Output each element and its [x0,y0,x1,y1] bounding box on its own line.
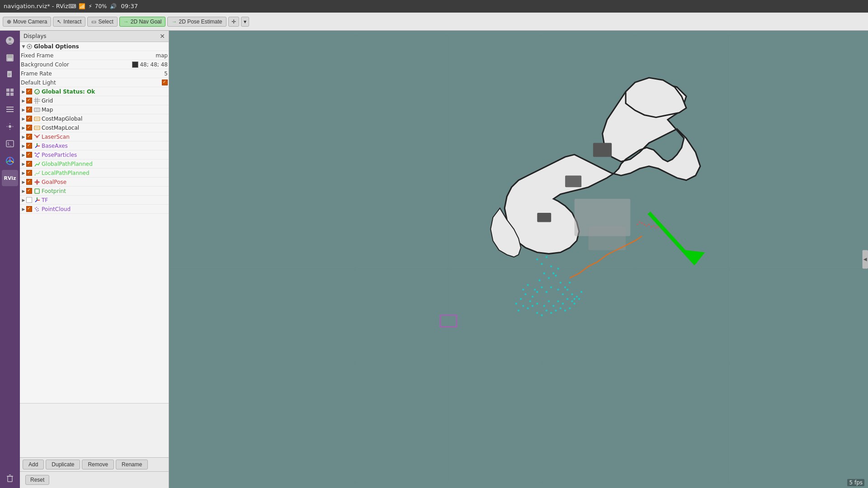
background-color-row: Background Color 48; 48; 48 [20,60,169,69]
frame-rate-value: 5 [164,70,168,77]
goal-pose-row[interactable]: ▶ GoalPose [20,178,169,187]
pointcloud-checkbox[interactable] [26,206,32,212]
sidebar-save-button[interactable] [2,50,18,66]
laser-scan-checkbox[interactable] [26,134,32,140]
2d-nav-goal-button[interactable]: → 2D Nav Goal [119,17,166,27]
sidebar-list-button[interactable] [2,101,18,117]
svg-point-103 [527,284,529,286]
fps-counter: 5 fps [847,479,864,486]
remove-button[interactable]: Remove [82,460,114,469]
goal-pose-checkbox[interactable] [26,179,32,185]
costmap-global-row[interactable]: ▶ CostMapGlobal [20,114,169,123]
svg-rect-37 [35,118,39,120]
map-row[interactable]: ▶ Map [20,105,169,114]
base-axes-row[interactable]: ▶ BaseAxes [20,141,169,150]
bg-color-label: Background Color [21,61,132,68]
footprint-checkbox[interactable] [26,188,32,194]
pose-particles-row[interactable]: ▶ PoseParticles [20,150,169,160]
pointcloud-row[interactable]: ▶ PointCloud [20,205,169,214]
plus-icon: ✛ [231,19,236,25]
duplicate-button[interactable]: Duplicate [46,460,80,469]
local-path-checkbox[interactable] [26,170,32,176]
sidebar-settings-button[interactable] [2,118,18,135]
svg-point-101 [532,296,533,297]
properties-panel [20,403,169,457]
speaker-icon: 🔊 [110,3,117,9]
svg-rect-73 [565,175,581,187]
interact-button[interactable]: ↖ Interact [53,17,85,27]
svg-point-93 [571,293,573,295]
sidebar-rviz-button[interactable]: RViz [2,170,18,186]
costmap-global-checkbox[interactable] [26,116,32,122]
rename-button[interactable]: Rename [116,460,148,469]
svg-point-128 [522,305,524,307]
sidebar-trash-button[interactable] [2,470,18,486]
global-options-row[interactable]: ▼ Global Options [20,42,169,51]
move-camera-button[interactable]: ⊕ Move Camera [3,17,51,27]
svg-point-119 [564,310,566,311]
displays-close-icon[interactable]: ✕ [160,33,165,40]
svg-point-115 [580,291,582,293]
sidebar-chrome-button[interactable] [2,153,18,169]
sidebar-home-button[interactable] [2,33,18,49]
pose-particles-checkbox[interactable] [26,152,32,158]
svg-rect-60 [169,36,868,483]
svg-rect-24 [8,476,12,482]
svg-text:◀: ◀ [863,256,867,262]
svg-point-55 [36,207,37,208]
costmap-local-checkbox[interactable] [26,125,32,131]
select-button[interactable]: ▭ Select [87,17,117,27]
svg-point-58 [38,210,39,211]
local-path-label: LocalPathPlanned [42,170,90,176]
footprint-row[interactable]: ▶ Footprint [20,187,169,196]
dropdown-button[interactable]: ▾ [241,17,249,27]
svg-point-47 [36,155,37,156]
svg-point-90 [564,286,566,288]
svg-point-131 [520,298,522,300]
camera-icon: ⊕ [7,19,11,25]
sidebar-document-button[interactable] [2,67,18,83]
svg-point-56 [38,208,38,209]
tf-checkbox[interactable] [26,197,32,203]
svg-rect-39 [35,127,39,129]
svg-point-44 [35,152,36,154]
costmap-local-row[interactable]: ▶ CostMapLocal [20,123,169,132]
2d-pose-estimate-button[interactable]: → 2D Pose Estimate [167,17,226,27]
toolbar: ⊕ Move Camera ↖ Interact ▭ Select → 2D N… [0,13,868,31]
sidebar-grid-button[interactable] [2,84,18,100]
3d-viewport[interactable]: ◀ 5 fps [169,31,868,488]
svg-point-120 [560,307,561,309]
plus-button[interactable]: ✛ [228,17,239,27]
default-light-checkbox[interactable] [162,80,168,85]
tf-row[interactable]: ▶ TF [20,196,169,205]
pose-icon: → [171,19,177,25]
svg-point-133 [644,224,645,225]
global-path-row[interactable]: ▶ GlobalPathPlanned [20,160,169,169]
svg-point-132 [524,293,526,295]
svg-point-140 [642,222,643,224]
map-visualization: ◀ [169,31,868,488]
svg-point-48 [38,156,39,157]
laser-scan-row[interactable]: ▶ LaserScan [20,132,169,141]
bg-color-swatch [132,61,138,68]
tf-label: TF [42,197,48,203]
svg-text:$_: $_ [7,142,12,146]
laser-scan-label: LaserScan [42,134,70,140]
local-path-row[interactable]: ▶ LocalPathPlanned [20,169,169,178]
keyboard-icon: ⌨ [68,3,76,9]
global-status-row[interactable]: ▶ ✓ Global Status: Ok [20,87,169,96]
global-status-checkbox[interactable] [26,89,32,94]
svg-point-82 [550,265,552,267]
reset-button[interactable]: Reset [25,475,49,485]
sidebar-terminal-button[interactable]: $_ [2,136,18,152]
global-options-label: Global Options [34,43,79,50]
add-button[interactable]: Add [23,460,44,469]
displays-buttons: Add Duplicate Remove Rename [20,457,169,471]
displays-content[interactable]: ▼ Global Options Fixed Frame map Backgro… [20,42,169,403]
map-checkbox[interactable] [26,107,32,113]
svg-rect-3 [8,54,12,57]
global-path-checkbox[interactable] [26,161,32,167]
grid-row[interactable]: ▶ Grid [20,96,169,105]
grid-checkbox[interactable] [26,98,32,103]
base-axes-checkbox[interactable] [26,143,32,149]
